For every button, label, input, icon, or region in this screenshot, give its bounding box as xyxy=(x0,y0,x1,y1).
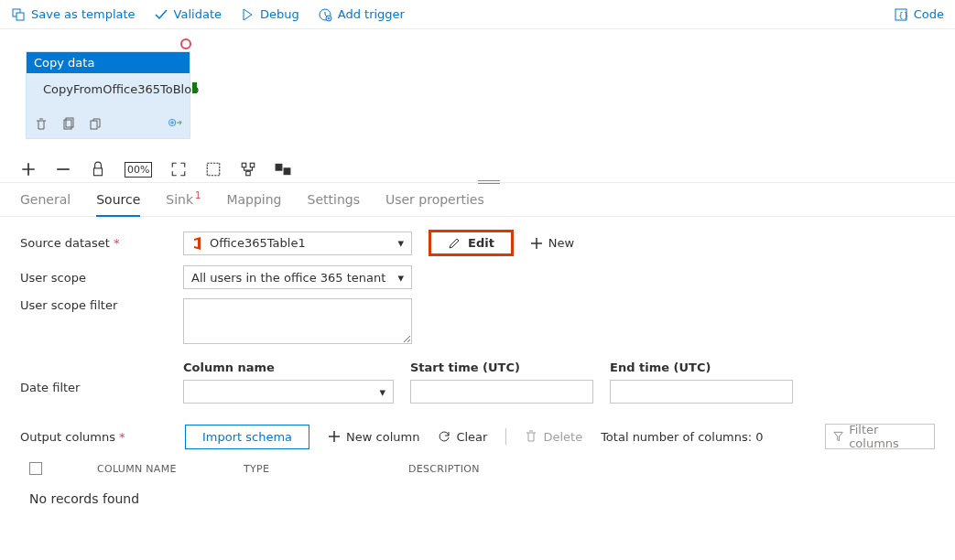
user-scope-value: All users in the office 365 tenant xyxy=(191,271,385,285)
svg-rect-16 xyxy=(246,171,251,176)
delete-icon[interactable] xyxy=(34,117,49,132)
start-time-header: Start time (UTC) xyxy=(410,361,593,374)
layout-icon[interactable] xyxy=(240,161,256,178)
zoom-in-icon[interactable] xyxy=(20,161,37,178)
copy-activity[interactable]: Copy data CopyFromOffice365ToBlob xyxy=(26,51,190,139)
end-time-header: End time (UTC) xyxy=(610,361,793,374)
canvas-toolbar: 00% xyxy=(20,156,291,183)
zoom-out-icon[interactable] xyxy=(55,161,71,178)
filter-icon xyxy=(833,431,843,442)
source-dataset-label: Source dataset * xyxy=(20,236,167,250)
new-dataset-button[interactable]: New xyxy=(530,236,574,250)
new-column-button[interactable]: New column xyxy=(328,430,419,444)
minimap-icon[interactable] xyxy=(275,161,291,178)
save-template-label: Save as template xyxy=(31,7,136,21)
activity-name: CopyFromOffice365ToBlob xyxy=(43,82,199,97)
select-all-checkbox[interactable] xyxy=(29,462,42,475)
tab-mapping[interactable]: Mapping xyxy=(226,192,281,216)
activity-footer xyxy=(27,110,190,138)
plus-icon xyxy=(530,237,543,250)
end-time-input[interactable] xyxy=(610,380,793,404)
source-dataset-value: Office365Table1 xyxy=(210,236,306,250)
user-scope-label: User scope xyxy=(20,271,167,285)
start-time-input[interactable] xyxy=(410,380,593,404)
save-template-icon xyxy=(11,7,26,22)
output-columns-label: Output columns * xyxy=(20,430,167,444)
caret-down-icon: ▾ xyxy=(397,271,404,285)
date-column-select[interactable]: ▾ xyxy=(183,380,394,404)
col-header-type: Type xyxy=(244,463,353,475)
col-header-desc: Description xyxy=(408,463,480,475)
date-filter-label: Date filter xyxy=(20,361,167,394)
svg-rect-1 xyxy=(16,13,24,20)
svg-rect-10 xyxy=(91,121,97,129)
fit-icon[interactable] xyxy=(170,161,187,178)
tab-sink[interactable]: Sink1 xyxy=(166,192,201,216)
source-dataset-select[interactable]: Office365Table1 ▾ xyxy=(183,232,412,255)
col-header-name: Column name xyxy=(97,463,189,475)
columns-table-header: Column name Type Description xyxy=(20,449,935,482)
new-label: New xyxy=(548,236,574,250)
tab-general[interactable]: General xyxy=(20,192,71,216)
svg-rect-13 xyxy=(208,163,221,176)
copy-icon[interactable] xyxy=(61,117,76,132)
caret-down-icon: ▾ xyxy=(397,236,404,250)
play-icon xyxy=(240,7,255,22)
validate-label: Validate xyxy=(174,7,222,21)
code-label: Code xyxy=(914,7,944,21)
no-records-message: No records found xyxy=(20,482,935,515)
add-trigger-button[interactable]: Add trigger xyxy=(318,7,405,22)
svg-rect-12 xyxy=(94,168,103,176)
column-name-header: Column name xyxy=(183,361,394,374)
svg-rect-14 xyxy=(243,163,247,167)
user-scope-filter-label: User scope filter xyxy=(20,298,167,312)
refresh-icon xyxy=(438,430,450,443)
pipeline-toolbar: Save as template Validate Debug Add trig… xyxy=(0,0,955,29)
import-schema-button[interactable]: Import schema xyxy=(185,425,309,449)
success-port[interactable] xyxy=(192,82,197,93)
code-button[interactable]: {} Code xyxy=(894,7,944,22)
office-icon xyxy=(191,237,204,250)
fullscreen-icon[interactable] xyxy=(205,161,222,178)
stage-marker-icon xyxy=(180,38,191,49)
tab-source[interactable]: Source xyxy=(96,192,140,216)
column-count-label: Total number of columns: 0 xyxy=(601,430,763,444)
check-icon xyxy=(154,7,168,22)
svg-rect-18 xyxy=(285,168,291,175)
clear-button[interactable]: Clear xyxy=(438,430,487,444)
edit-dataset-button[interactable]: Edit xyxy=(429,230,514,256)
tab-user-properties[interactable]: User properties xyxy=(385,192,484,216)
sink-error-badge: 1 xyxy=(195,190,201,200)
validate-button[interactable]: Validate xyxy=(154,7,222,22)
add-output-icon[interactable] xyxy=(168,115,182,133)
edit-label: Edit xyxy=(468,236,494,250)
user-scope-select[interactable]: All users in the office 365 tenant ▾ xyxy=(183,265,412,289)
source-panel: Source dataset * Office365Table1 ▾ Edit … xyxy=(0,217,955,528)
lock-icon[interactable] xyxy=(90,161,106,178)
pencil-icon xyxy=(448,237,461,250)
resize-handle[interactable] xyxy=(478,180,500,184)
config-tabs: General Source Sink1 Mapping Settings Us… xyxy=(0,183,955,217)
pipeline-canvas[interactable]: Copy data CopyFromOffice365ToBlob 00% xyxy=(0,29,955,183)
code-icon: {} xyxy=(894,7,908,22)
svg-text:{}: {} xyxy=(898,11,908,20)
delete-column-button: Delete xyxy=(525,430,582,444)
zoom-reset-button[interactable]: 00% xyxy=(125,162,152,178)
clone-icon[interactable] xyxy=(89,117,103,132)
svg-rect-15 xyxy=(251,163,255,167)
plus-icon xyxy=(328,430,341,443)
user-scope-filter-input[interactable] xyxy=(183,298,412,344)
trigger-icon xyxy=(318,7,332,22)
debug-label: Debug xyxy=(260,7,299,21)
tab-settings[interactable]: Settings xyxy=(308,192,360,216)
trigger-label: Add trigger xyxy=(338,7,405,21)
trash-icon xyxy=(525,430,537,443)
save-template-button[interactable]: Save as template xyxy=(11,7,136,22)
debug-button[interactable]: Debug xyxy=(240,7,299,22)
activity-header: Copy data xyxy=(27,52,190,73)
filter-columns-input[interactable]: Filter columns xyxy=(825,424,935,449)
svg-rect-17 xyxy=(277,164,283,170)
